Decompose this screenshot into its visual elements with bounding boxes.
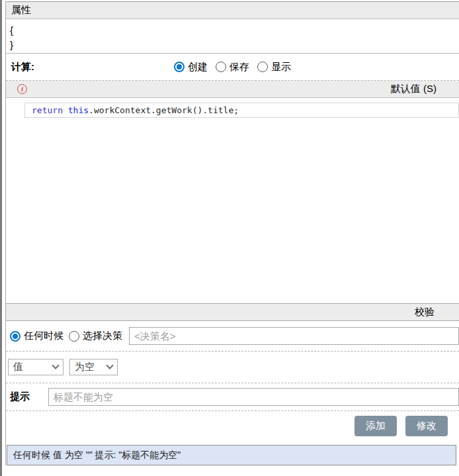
validation-rule-item[interactable]: 任何时候 值 为空 "" 提示: "标题不能为空" [7, 445, 456, 465]
field-select-value: 值 [13, 361, 23, 373]
code-line[interactable]: return this.workContext.getWork().title; [24, 103, 459, 118]
radio-option-save[interactable]: 保存 [216, 61, 249, 73]
splitter-bar[interactable] [0, 0, 2, 476]
radio-option-anytime[interactable]: 任何时候 [10, 330, 63, 342]
compute-label: 计算: [11, 61, 34, 73]
radio-option-choose-decision-label: 选择决策 [83, 330, 122, 342]
code-keyword-this: this [68, 105, 89, 115]
buttons-row: 添加 修改 [6, 411, 459, 440]
json-open-brace: { [10, 23, 454, 38]
validation-when-row: 任何时候 选择决策 [6, 321, 459, 351]
radio-unselected-icon[interactable] [216, 62, 226, 72]
radio-option-create-label: 创建 [188, 61, 208, 73]
json-close-brace: } [10, 38, 454, 52]
field-select[interactable]: 值 [8, 359, 63, 375]
operator-select[interactable]: 为空 [69, 359, 118, 375]
validation-header-label: 校验 [415, 306, 435, 318]
default-value-header: i 默认值 (S) [6, 81, 459, 98]
validation-header: 校验 [6, 303, 459, 321]
operator-select-value: 为空 [75, 361, 95, 373]
radio-selected-icon[interactable] [10, 331, 21, 342]
radio-option-choose-decision[interactable]: 选择决策 [69, 330, 122, 342]
code-editor[interactable]: return this.workContext.getWork().title; [6, 103, 459, 303]
hint-row: 提示 [6, 383, 459, 410]
modify-button[interactable]: 修改 [405, 416, 448, 436]
radio-option-display-label: 显示 [271, 61, 291, 73]
compute-options: 创建 保存 显示 [170, 61, 295, 73]
radio-option-display[interactable]: 显示 [257, 61, 291, 73]
radio-option-create[interactable]: 创建 [174, 61, 208, 73]
radio-option-save-label: 保存 [230, 61, 249, 73]
code-keyword-return: return [32, 105, 68, 115]
add-button[interactable]: 添加 [355, 416, 397, 436]
info-icon: i [17, 84, 27, 94]
json-preview[interactable]: { } [6, 19, 459, 54]
chevron-down-icon [106, 361, 113, 369]
code-expression: .workContext.getWork().title; [89, 105, 239, 115]
compute-row: 计算: 创建 保存 显示 [6, 54, 459, 80]
properties-panel: 属性 { } 计算: 创建 保存 显示 i 默认值 (S) return thi… [5, 1, 459, 465]
default-value-header-label: 默认值 (S) [391, 83, 437, 95]
radio-selected-icon[interactable] [174, 62, 185, 72]
hint-input[interactable] [48, 388, 459, 406]
chevron-down-icon [52, 361, 59, 369]
condition-row: 值 为空 [6, 352, 459, 383]
properties-header-label: 属性 [11, 4, 31, 17]
properties-header: 属性 [6, 1, 459, 19]
radio-option-anytime-label: 任何时候 [24, 330, 63, 342]
hint-label: 提示 [10, 391, 48, 403]
decision-name-input[interactable] [129, 327, 459, 345]
validation-rule-text: 任何时候 值 为空 "" 提示: "标题不能为空" [13, 450, 181, 461]
radio-unselected-icon[interactable] [69, 331, 79, 342]
radio-unselected-icon[interactable] [257, 62, 268, 72]
